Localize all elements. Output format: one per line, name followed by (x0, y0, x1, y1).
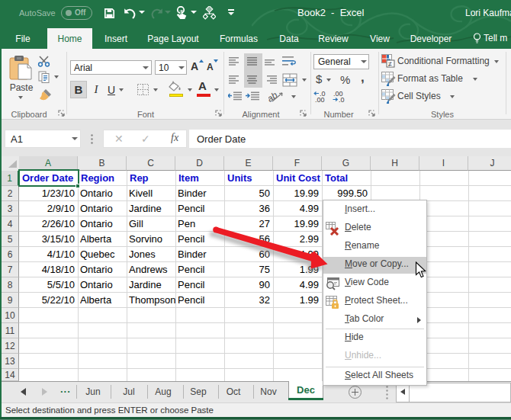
svg-text:≠: ≠ (388, 60, 392, 68)
svg-text:.00: .00 (315, 96, 325, 103)
svg-text:.0: .0 (339, 96, 345, 103)
